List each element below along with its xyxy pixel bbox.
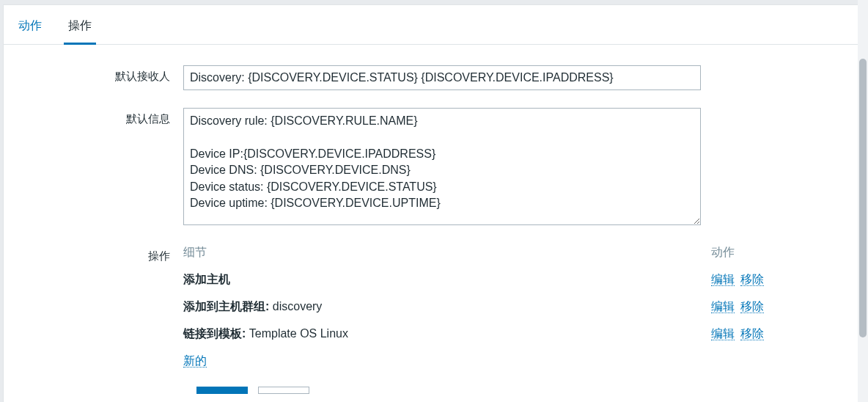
ops-detail-bold: 添加到主机群组: (183, 300, 273, 313)
ops-new-row: 新的 (183, 348, 792, 369)
table-row: 添加主机 编辑移除 (183, 266, 792, 293)
tab-action[interactable]: 动作 (14, 11, 46, 44)
ops-detail-plain: Template OS Linux (249, 327, 348, 340)
label-default-recipient: 默认接收人 (18, 65, 183, 84)
row-default-message: 默认信息 Discovery rule: {DISCOVERY.RULE.NAM… (18, 108, 850, 227)
vertical-scrollbar[interactable] (858, 0, 868, 402)
ops-detail-plain: discovery (273, 300, 323, 313)
default-recipient-input[interactable] (183, 65, 701, 90)
edit-link[interactable]: 编辑 (711, 327, 735, 340)
form-area: 默认接收人 默认信息 Discovery rule: {DISCOVERY.RU… (4, 45, 864, 402)
edit-link[interactable]: 编辑 (711, 273, 735, 286)
label-operations: 操作 (18, 245, 183, 263)
operations-table: 细节 动作 添加主机 编辑移除 (183, 245, 792, 369)
row-default-recipient: 默认接收人 (18, 65, 850, 90)
ops-header-detail: 细节 (183, 245, 711, 260)
button-row (18, 387, 850, 399)
viewport: 动作 操作 默认接收人 默认信息 Discovery rule: {DISCOV… (0, 0, 868, 402)
row-operations: 操作 细节 动作 添加主机 编辑移除 (18, 245, 850, 369)
submit-button[interactable] (196, 387, 248, 394)
remove-link[interactable]: 移除 (740, 327, 764, 340)
vertical-scrollbar-thumb[interactable] (859, 59, 867, 337)
label-default-message: 默认信息 (18, 108, 183, 126)
default-message-textarea[interactable]: Discovery rule: {DISCOVERY.RULE.NAME} De… (183, 108, 701, 225)
ops-detail-bold: 链接到模板: (183, 327, 249, 340)
tab-bar: 动作 操作 (4, 5, 864, 45)
ops-header-action: 动作 (711, 245, 792, 260)
tab-operations[interactable]: 操作 (64, 11, 96, 45)
form-panel: 动作 操作 默认接收人 默认信息 Discovery rule: {DISCOV… (3, 4, 865, 402)
ops-detail-bold: 添加主机 (183, 273, 230, 285)
new-operation-link[interactable]: 新的 (183, 354, 207, 368)
remove-link[interactable]: 移除 (740, 300, 764, 313)
edit-link[interactable]: 编辑 (711, 300, 735, 313)
operations-table-header: 细节 动作 (183, 245, 792, 266)
table-row: 链接到模板: Template OS Linux 编辑移除 (183, 321, 792, 348)
remove-link[interactable]: 移除 (740, 273, 764, 286)
table-row: 添加到主机群组: discovery 编辑移除 (183, 293, 792, 321)
cancel-button[interactable] (258, 387, 309, 394)
